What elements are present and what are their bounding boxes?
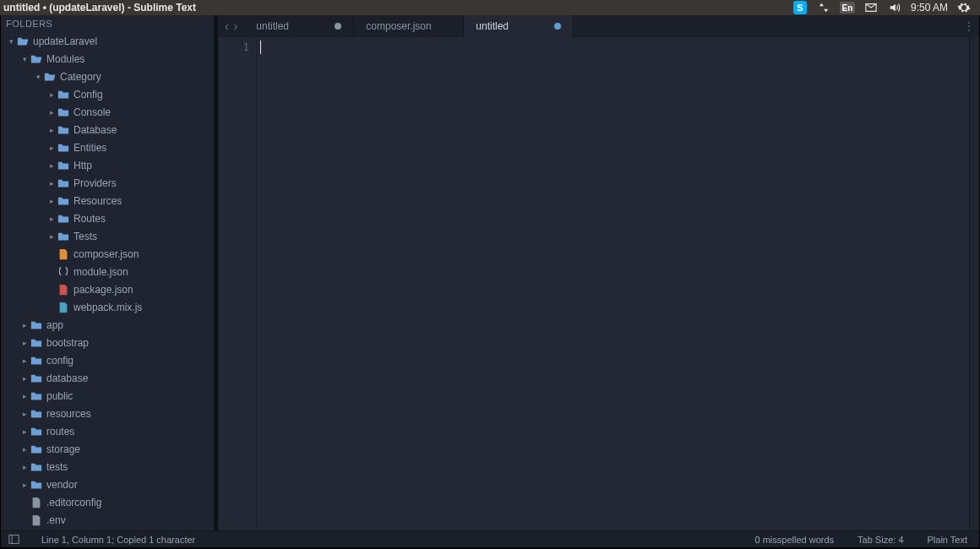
nav-back-icon[interactable]: ‹ xyxy=(225,19,229,33)
tree-row[interactable]: ▸Tests xyxy=(1,227,214,245)
folder-icon xyxy=(57,230,70,243)
tree-row[interactable]: webpack.mix.js xyxy=(1,298,214,316)
disclosure-arrow-icon[interactable]: ▸ xyxy=(19,374,30,383)
mail-icon[interactable] xyxy=(863,1,879,14)
disclosure-arrow-icon[interactable]: ▸ xyxy=(19,427,30,436)
disclosure-arrow-icon[interactable]: ▸ xyxy=(46,232,57,241)
tree-row[interactable]: ▸resources xyxy=(1,405,214,422)
text-cursor xyxy=(260,41,261,54)
tree-row[interactable]: ▸config xyxy=(1,351,214,369)
tree-item-label: Console xyxy=(74,106,111,118)
editor-tab[interactable]: composer.json xyxy=(354,15,464,37)
tree-row[interactable]: .editorconfig xyxy=(1,493,214,511)
tree-item-label: Resources xyxy=(74,195,122,207)
disclosure-arrow-icon[interactable]: ▸ xyxy=(19,392,30,400)
tree-row[interactable]: ▸public xyxy=(1,387,214,405)
code-area[interactable] xyxy=(257,37,969,530)
folder-icon xyxy=(30,425,43,438)
tab-label: composer.json xyxy=(366,20,431,32)
tree-row[interactable]: ▾updateLaravel xyxy=(1,32,214,50)
tree-item-label: Entities xyxy=(74,142,106,154)
tree-row[interactable]: ▸Config xyxy=(1,85,214,103)
tree-row[interactable]: ▸Providers xyxy=(1,174,214,192)
tree-item-label: updateLaravel xyxy=(33,35,97,47)
disclosure-arrow-icon[interactable]: ▸ xyxy=(19,463,30,471)
editor-tab[interactable]: untitled xyxy=(464,15,574,37)
folder-icon xyxy=(57,159,70,172)
tree-row[interactable]: ▸app xyxy=(1,316,214,334)
tree-item-label: .env xyxy=(46,514,66,526)
tree-row[interactable]: ▸database xyxy=(1,369,214,387)
folder-icon xyxy=(30,336,43,350)
status-syntax[interactable]: Plain Text xyxy=(923,535,973,545)
language-indicator[interactable]: En xyxy=(840,1,855,14)
folder-icon xyxy=(57,212,70,226)
tree-item-label: Providers xyxy=(74,177,117,189)
disclosure-arrow-icon[interactable]: ▸ xyxy=(19,410,30,418)
disclosure-arrow-icon[interactable]: ▾ xyxy=(19,55,30,63)
tree-row[interactable]: ▸tests xyxy=(1,458,214,476)
tree-row[interactable]: ▸routes xyxy=(1,422,214,440)
status-tabsize[interactable]: Tab Size: 4 xyxy=(852,535,908,545)
network-updown-icon[interactable] xyxy=(816,1,831,14)
sound-icon[interactable] xyxy=(887,1,902,14)
tree-row[interactable]: ▸bootstrap xyxy=(1,334,214,351)
disclosure-arrow-icon[interactable]: ▸ xyxy=(19,356,30,365)
tree-row[interactable]: ▸Routes xyxy=(1,209,214,227)
nav-forward-icon[interactable]: › xyxy=(234,19,238,33)
tree-item-label: package.json xyxy=(74,284,133,296)
folder-icon xyxy=(30,407,43,421)
folder-icon xyxy=(30,372,43,385)
disclosure-arrow-icon[interactable]: ▸ xyxy=(46,215,57,223)
folder-icon xyxy=(57,106,70,119)
tree-row[interactable]: ▸vendor xyxy=(1,476,214,493)
disclosure-arrow-icon[interactable]: ▾ xyxy=(33,73,43,81)
tree-row[interactable]: package.json xyxy=(1,280,214,298)
tree-row[interactable]: ▸storage xyxy=(1,440,214,458)
tree-row[interactable]: .env xyxy=(1,511,214,529)
folder-icon xyxy=(30,354,43,367)
tree-row[interactable]: ▸Http xyxy=(1,156,214,174)
status-cursor[interactable]: Line 1, Column 1; Copied 1 character xyxy=(36,535,200,545)
tree-row[interactable]: ▾Modules xyxy=(1,50,214,68)
settings-gear-icon[interactable] xyxy=(956,1,972,14)
tree-row[interactable]: ▸Console xyxy=(1,103,214,121)
disclosure-arrow-icon[interactable]: ▸ xyxy=(46,126,57,134)
disclosure-arrow-icon[interactable]: ▸ xyxy=(46,144,57,152)
tab-label: untitled xyxy=(256,20,289,32)
tree-row[interactable]: composer.json xyxy=(1,245,214,263)
status-spell[interactable]: 0 misspelled words xyxy=(750,535,840,545)
disclosure-arrow-icon[interactable]: ▸ xyxy=(46,108,57,117)
filewebpack-icon xyxy=(57,301,70,314)
tab-overflow-menu-icon[interactable]: ⋮ xyxy=(959,15,979,37)
tab-label: untitled xyxy=(476,20,509,32)
disclosure-arrow-icon[interactable]: ▸ xyxy=(46,161,57,170)
tree-row[interactable]: ▸Entities xyxy=(1,139,214,156)
panel-switch-icon[interactable] xyxy=(8,534,19,546)
disclosure-arrow-icon[interactable]: ▸ xyxy=(19,339,30,347)
tree-row[interactable]: ▸Database xyxy=(1,121,214,139)
minimap-scrollbar[interactable] xyxy=(969,37,979,530)
sidebar-header: FOLDERS xyxy=(1,15,214,32)
skype-icon[interactable]: S xyxy=(792,1,808,14)
folder-tree[interactable]: ▾updateLaravel▾Modules▾Category▸Config▸C… xyxy=(1,32,214,530)
disclosure-arrow-icon[interactable]: ▸ xyxy=(19,445,30,454)
tree-row[interactable]: ▾Category xyxy=(1,68,214,85)
disclosure-arrow-icon[interactable]: ▸ xyxy=(46,197,57,205)
disclosure-arrow-icon[interactable]: ▸ xyxy=(19,481,30,489)
tree-item-label: Routes xyxy=(74,213,106,225)
clock[interactable]: 9:50 AM xyxy=(911,2,948,14)
disclosure-arrow-icon[interactable]: ▸ xyxy=(46,90,57,99)
disclosure-arrow-icon[interactable]: ▸ xyxy=(19,321,30,329)
editor-tab[interactable]: untitled xyxy=(244,15,354,37)
tree-item-label: app xyxy=(46,319,63,331)
disclosure-arrow-icon[interactable]: ▾ xyxy=(6,37,16,46)
tree-item-label: database xyxy=(46,372,88,384)
tree-item-label: vendor xyxy=(46,479,78,491)
tree-item-label: storage xyxy=(46,443,80,455)
tree-row[interactable]: ▸Resources xyxy=(1,192,214,209)
folder-icon xyxy=(57,123,70,137)
disclosure-arrow-icon[interactable]: ▸ xyxy=(46,179,57,188)
tab-dirty-indicator-icon xyxy=(554,23,561,30)
tree-row[interactable]: module.json xyxy=(1,263,214,280)
